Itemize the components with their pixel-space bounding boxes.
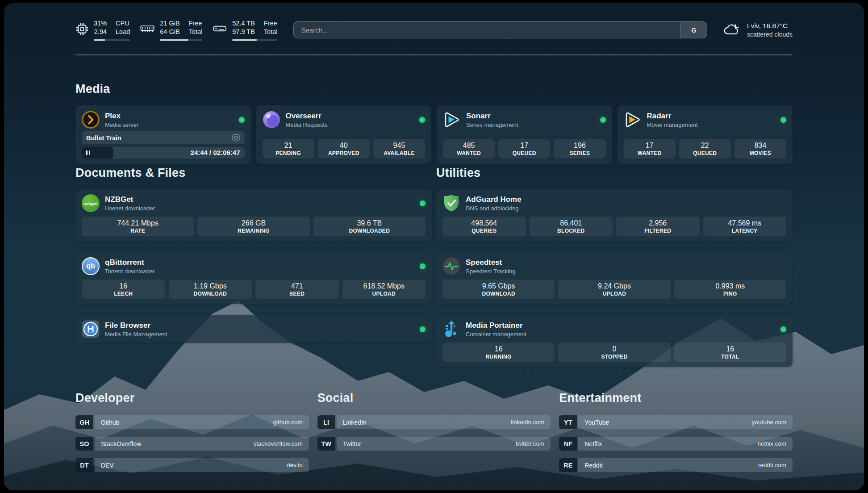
plex-card[interactable]: Plex Media server Bullet Train 24:44 / 0… bbox=[75, 105, 251, 164]
service-description: Speedtest Tracking bbox=[466, 267, 515, 275]
status-dot bbox=[419, 117, 425, 123]
adguard-icon bbox=[442, 194, 460, 212]
link-name: YouTube bbox=[584, 419, 609, 426]
link-github[interactable]: GH Github github.com bbox=[75, 415, 309, 429]
service-header: Overseerr Media Requests bbox=[263, 111, 426, 129]
link-url: linkedin.com bbox=[511, 419, 544, 426]
link-abbreviation: YT bbox=[559, 415, 577, 429]
stat-label: PENDING bbox=[263, 150, 313, 156]
stat-label: Total bbox=[189, 28, 203, 36]
link-youtube[interactable]: YT YouTube youtube.com bbox=[559, 415, 793, 429]
sonarr-icon bbox=[443, 111, 461, 129]
service-stats: 21 PENDING 40 APPROVED 945 AVAILABLE bbox=[263, 139, 426, 159]
status-dot bbox=[239, 117, 245, 123]
usage-progress-bar bbox=[160, 39, 202, 41]
overseerr-card[interactable]: Overseerr Media Requests 21 PENDING 40 A… bbox=[256, 105, 432, 164]
disk-stat: 52.4 TB97.9 TB FreeTotal bbox=[212, 19, 277, 41]
middle-sections: Documents & Files nzbget NZBGet Usenet d… bbox=[75, 166, 793, 367]
service-header: AdGuard Home DNS and adblocking bbox=[442, 194, 786, 212]
link-abbreviation: TW bbox=[317, 437, 335, 451]
stat-value: 1.19 Gbps bbox=[170, 282, 251, 291]
stat-value: 744.21 Mbps bbox=[83, 219, 193, 228]
stat-downloaded: 39.6 TB DOWNLOADED bbox=[313, 217, 426, 236]
link-linkedin[interactable]: LI LinkedIn linkedin.com bbox=[317, 415, 551, 429]
nzbget-icon: nzbget bbox=[82, 194, 100, 212]
stat-movies: 834 MOVIES bbox=[734, 139, 786, 159]
media-cards: Plex Media server Bullet Train 24:44 / 0… bbox=[75, 105, 793, 164]
filebrowser-icon bbox=[82, 320, 100, 338]
search-bar[interactable]: G bbox=[293, 21, 707, 38]
stat-value: 40 bbox=[319, 141, 369, 150]
stat-value: 9.24 Gbps bbox=[559, 282, 669, 291]
stat-leech: 16 LEECH bbox=[82, 280, 165, 299]
stat-label: Load bbox=[116, 28, 130, 36]
link-abbreviation: SO bbox=[75, 437, 93, 451]
sonarr-card[interactable]: Sonarr Series management 485 WANTED 17 Q… bbox=[437, 105, 612, 164]
section-title: Social bbox=[317, 391, 551, 405]
nzbget-card[interactable]: nzbget NZBGet Usenet downloader 744.21 M… bbox=[75, 189, 432, 241]
stat-rate: 744.21 Mbps RATE bbox=[82, 217, 194, 236]
search-provider-button[interactable]: G bbox=[680, 22, 707, 38]
service-stats: 16 LEECH 1.19 Gbps DOWNLOAD 471 SEED 618… bbox=[82, 280, 426, 299]
stat-value: 485 bbox=[444, 141, 494, 150]
weather-condition: scattered clouds bbox=[747, 30, 793, 39]
search-input[interactable] bbox=[294, 22, 680, 38]
weather-widget[interactable]: Lviv, 16.87°C scattered clouds bbox=[722, 21, 793, 39]
speedtest-card[interactable]: Speedtest Speedtest Tracking 9.65 Gbps D… bbox=[436, 252, 793, 304]
stat-value: 47.569 ms bbox=[704, 219, 786, 228]
service-stats: 485 WANTED 17 QUEUED 196 SERIES bbox=[443, 139, 606, 159]
service-header: Sonarr Series management bbox=[443, 111, 606, 129]
stat-label: SEED bbox=[256, 291, 338, 297]
link-dev[interactable]: DT DEV dev.to bbox=[75, 458, 309, 472]
stat-label: FILTERED bbox=[617, 228, 699, 234]
stat-label: UPLOAD bbox=[343, 291, 425, 297]
link-abbreviation: RE bbox=[559, 458, 577, 472]
weather-location-temp: Lviv, 16.87°C bbox=[747, 21, 793, 30]
stat-label: Free bbox=[189, 19, 203, 28]
service-name: Radarr bbox=[647, 111, 698, 121]
service-name: Overseerr bbox=[286, 111, 328, 121]
stat-value: 86,401 bbox=[530, 219, 612, 228]
stat-value: 9.65 Gbps bbox=[443, 282, 554, 291]
stat-label: QUEUED bbox=[680, 150, 730, 156]
utilities-section: Utilities AdGuard Home DNS and adblockin… bbox=[436, 166, 793, 367]
radarr-card[interactable]: Radarr Movie management 17 WANTED 22 QUE… bbox=[618, 105, 793, 164]
service-name: Media Portainer bbox=[466, 321, 526, 330]
service-header: Media Portainer Container management bbox=[442, 320, 786, 338]
link-stackoverflow[interactable]: SO StackOverflow stackoverflow.com bbox=[75, 437, 309, 451]
stat-value: 471 bbox=[256, 282, 338, 291]
service-name: Speedtest bbox=[466, 258, 515, 267]
playback-progress-bar: 24:44 / 02:06:47 bbox=[82, 147, 245, 159]
link-netflix[interactable]: NF Netflix netflix.com bbox=[559, 437, 793, 451]
cpu-stat: 31%2.94 CPULoad bbox=[75, 19, 130, 41]
filebrowser-card[interactable]: File Browser Media File Management bbox=[75, 315, 432, 343]
section-title: Entertainment bbox=[559, 391, 793, 405]
stat-value: 64 GiB bbox=[160, 28, 179, 36]
stat-ping: 0.993 ms PING bbox=[674, 280, 786, 299]
stat-label: DOWNLOAD bbox=[443, 291, 554, 297]
stat-label: TOTAL bbox=[675, 354, 785, 360]
link-reddit[interactable]: RE Reddit reddit.com bbox=[559, 458, 793, 472]
link-twitter[interactable]: TW Twitter twitter.com bbox=[317, 437, 551, 451]
link-abbreviation: LI bbox=[317, 415, 335, 429]
speedtest-icon bbox=[442, 257, 460, 275]
service-name: Plex bbox=[105, 111, 138, 121]
media-portainer-card[interactable]: Media Portainer Container management 16 … bbox=[436, 315, 793, 367]
links-section: Developer GH Github github.com SO StackO… bbox=[75, 391, 793, 480]
link-name: Twitter bbox=[343, 440, 361, 447]
service-header: qb qBittorrent Torrent downloader bbox=[82, 257, 426, 275]
weather-text: Lviv, 16.87°C scattered clouds bbox=[747, 21, 793, 39]
qbittorrent-card[interactable]: qb qBittorrent Torrent downloader 16 LEE… bbox=[75, 252, 432, 304]
media-section: Media Plex Media server Bullet Train bbox=[75, 82, 793, 164]
stat-label: DOWNLOADED bbox=[314, 228, 425, 234]
stat-total: 16 TOTAL bbox=[674, 343, 786, 362]
adguard-home-card[interactable]: AdGuard Home DNS and adblocking 498,564 … bbox=[436, 189, 793, 241]
stat-value: 834 bbox=[735, 141, 785, 150]
link-url: github.com bbox=[273, 419, 303, 426]
utilities-cards: AdGuard Home DNS and adblocking 498,564 … bbox=[436, 189, 793, 367]
stat-upload: 9.24 Gbps UPLOAD bbox=[558, 280, 670, 299]
stat-queued: 17 QUEUED bbox=[498, 139, 550, 159]
stat-value: 97.9 TB bbox=[232, 28, 255, 36]
service-description: Usenet downloader bbox=[105, 205, 155, 212]
link-name: Reddit bbox=[584, 462, 602, 469]
